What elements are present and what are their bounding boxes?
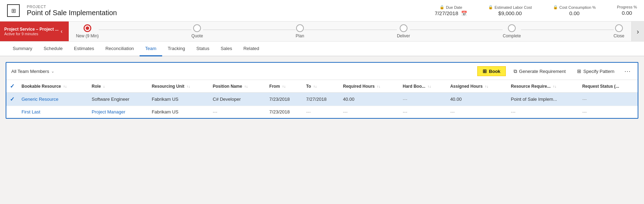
row1-resource-require: Point of Sale Implem... bbox=[507, 93, 578, 106]
stage-deliver[interactable]: Deliver bbox=[397, 24, 410, 38]
row1-bookable-resource-link[interactable]: Generic Resource bbox=[22, 97, 59, 102]
stage-close[interactable]: Close bbox=[614, 24, 625, 38]
due-date-label: 🔒 Due Date bbox=[435, 5, 467, 10]
tab-reconciliation[interactable]: Reconciliation bbox=[100, 42, 140, 56]
estimated-labor-cost-value: $9,000.00 bbox=[488, 10, 532, 16]
stage-quote[interactable]: Quote bbox=[191, 24, 203, 38]
th-from-label: From bbox=[269, 84, 280, 89]
tab-sales[interactable]: Sales bbox=[215, 42, 238, 56]
th-position-name[interactable]: Position Name ↑↓ bbox=[209, 80, 266, 93]
th-position-name-label: Position Name bbox=[213, 84, 242, 89]
th-required-hours[interactable]: Required Hours ↑↓ bbox=[339, 80, 399, 93]
th-assigned-hours[interactable]: Assigned Hours ↑↓ bbox=[447, 80, 507, 93]
cost-consumption-value: 0.00 bbox=[553, 10, 596, 16]
row2-bookable-resource-link[interactable]: First Last bbox=[22, 109, 40, 115]
row2-role-link[interactable]: Project Manager bbox=[92, 109, 125, 115]
row1-resourcing-unit: Fabrikam US bbox=[148, 93, 209, 106]
row2-role: Project Manager bbox=[88, 106, 148, 118]
specify-pattern-button[interactable]: ⊞ Specify Pattern bbox=[574, 67, 618, 76]
row1-position-name: C# Developer bbox=[209, 93, 266, 106]
row1-check[interactable]: ✓ bbox=[6, 93, 18, 106]
sort-icon-position: ↑↓ bbox=[244, 85, 248, 88]
th-request-status-label: Request Status (... bbox=[582, 84, 619, 89]
th-resource-require[interactable]: Resource Require... ↑↓ bbox=[507, 80, 578, 93]
row1-to: 7/27/2018 bbox=[303, 93, 339, 106]
row2-request-status: --- bbox=[579, 106, 638, 118]
tab-tracking[interactable]: Tracking bbox=[162, 42, 191, 56]
generate-requirement-button[interactable]: ⧉ Generate Requirement bbox=[510, 67, 569, 76]
th-to[interactable]: To ↑↓ bbox=[303, 80, 339, 93]
row1-bookable-resource[interactable]: Generic Resource bbox=[18, 93, 88, 106]
th-request-status[interactable]: Request Status (... bbox=[579, 80, 638, 93]
th-role[interactable]: Role ↓ bbox=[88, 80, 148, 93]
stage-next-button[interactable]: › bbox=[631, 21, 644, 41]
stage-connector-3 bbox=[304, 30, 397, 30]
row2-check[interactable] bbox=[6, 106, 18, 118]
table-header-row: ✓ Bookable Resource ↑↓ Role ↓ Resourcing… bbox=[6, 80, 638, 93]
th-resourcing-unit-label: Resourcing Unit bbox=[152, 84, 184, 89]
th-bookable-resource[interactable]: Bookable Resource ↑↓ bbox=[18, 80, 88, 93]
row1-role: Software Engineer bbox=[88, 93, 148, 106]
tab-team[interactable]: Team bbox=[140, 42, 162, 56]
stage-prev-button[interactable]: ‹ bbox=[59, 28, 65, 35]
sort-icon-assigned: ↑↓ bbox=[485, 85, 489, 88]
row2-position-name: --- bbox=[209, 106, 266, 118]
sort-icon-to: ↑↓ bbox=[313, 85, 317, 88]
stage-new[interactable]: New (9 Min) bbox=[76, 24, 99, 38]
estimated-labor-cost-label: 🔒 Estimated Labor Cost bbox=[488, 5, 532, 10]
stage-label-quote: Quote bbox=[191, 33, 203, 38]
th-from[interactable]: From ↑↓ bbox=[266, 80, 302, 93]
header-checkmark: ✓ bbox=[10, 83, 14, 89]
sort-icon-hard-book: ↑↓ bbox=[428, 85, 431, 88]
stage-plan[interactable]: Plan bbox=[296, 24, 304, 38]
header-fields: 🔒 Due Date 7/27/2018 📅 🔒 Estimated Labor… bbox=[435, 5, 637, 16]
row1-from: 7/23/2018 bbox=[266, 93, 302, 106]
view-select-label: All Team Members bbox=[11, 69, 49, 74]
stage-connector-1 bbox=[99, 30, 191, 30]
stage-connector-5 bbox=[521, 30, 614, 30]
th-assigned-hours-label: Assigned Hours bbox=[450, 84, 483, 89]
team-data-table: ✓ Bookable Resource ↑↓ Role ↓ Resourcing… bbox=[6, 80, 638, 118]
table-toolbar: All Team Members ⌄ ⊞ Book ⧉ Generate Req… bbox=[6, 63, 638, 80]
tab-schedule[interactable]: Schedule bbox=[38, 42, 68, 56]
progress-value: 0.00 bbox=[617, 10, 637, 16]
tab-estimates[interactable]: Estimates bbox=[68, 42, 100, 56]
due-date-value: 7/27/2018 bbox=[435, 10, 458, 16]
sort-icon-resourcing: ↑↓ bbox=[186, 85, 190, 88]
row2-bookable-resource[interactable]: First Last bbox=[18, 106, 88, 118]
th-check: ✓ bbox=[6, 80, 18, 93]
book-button[interactable]: ⊞ Book bbox=[477, 66, 506, 76]
row2-hard-book: --- bbox=[399, 106, 447, 118]
th-resourcing-unit[interactable]: Resourcing Unit ↑↓ bbox=[148, 80, 209, 93]
row2-from: 7/23/2018 bbox=[266, 106, 302, 118]
sort-icon-resource-req: ↑↓ bbox=[553, 85, 556, 88]
th-hard-book[interactable]: Hard Boo... ↑↓ bbox=[399, 80, 447, 93]
th-to-label: To bbox=[306, 84, 311, 89]
specify-pattern-label: Specify Pattern bbox=[583, 69, 614, 74]
row1-required-hours: 40.00 bbox=[339, 93, 399, 106]
tab-status[interactable]: Status bbox=[191, 42, 215, 56]
tab-related[interactable]: Related bbox=[238, 42, 265, 56]
th-bookable-resource-label: Bookable Resource bbox=[22, 84, 61, 89]
lock-icon-due-date: 🔒 bbox=[440, 5, 444, 10]
project-label: PROJECT bbox=[27, 5, 428, 9]
content-area: All Team Members ⌄ ⊞ Book ⧉ Generate Req… bbox=[0, 56, 644, 124]
stage-label-deliver: Deliver bbox=[397, 33, 410, 38]
stage-bar-title: Project Service – Project ... bbox=[4, 27, 59, 32]
lock-icon-cost: 🔒 bbox=[553, 5, 558, 10]
calendar-icon[interactable]: 📅 bbox=[461, 11, 467, 16]
stage-bar: Project Service – Project ... Active for… bbox=[0, 21, 644, 42]
th-resource-require-label: Resource Require... bbox=[511, 84, 551, 89]
view-select[interactable]: All Team Members ⌄ bbox=[11, 69, 54, 74]
stage-circle-deliver bbox=[400, 24, 407, 32]
estimated-labor-cost-field: 🔒 Estimated Labor Cost $9,000.00 bbox=[488, 5, 532, 16]
specify-pattern-icon: ⊞ bbox=[577, 68, 581, 74]
sort-icon-role: ↓ bbox=[103, 85, 105, 88]
stage-complete[interactable]: Complete bbox=[503, 24, 521, 38]
progress-label: Progress % bbox=[617, 5, 637, 9]
nav-tabs: Summary Schedule Estimates Reconciliatio… bbox=[0, 42, 644, 56]
tab-summary[interactable]: Summary bbox=[7, 42, 38, 56]
more-options-button[interactable]: ⋯ bbox=[622, 67, 633, 75]
due-date-field: 🔒 Due Date 7/27/2018 📅 bbox=[435, 5, 467, 16]
th-role-label: Role bbox=[92, 84, 101, 89]
